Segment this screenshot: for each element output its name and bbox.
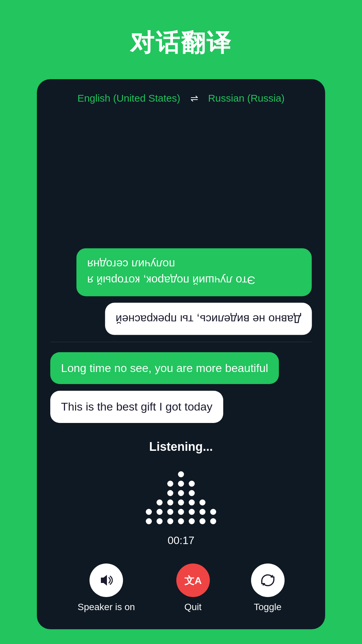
swap-languages-icon[interactable]: ⇌ [190,93,198,104]
listening-label: Listening... [149,440,213,454]
target-language[interactable]: Russian (Russia) [208,93,285,104]
quit-btn-circle[interactable]: 文A [176,564,210,597]
wave-col-5 [189,481,195,524]
translate-icon: 文A [184,571,202,589]
wave-col-1 [146,509,152,524]
wave-dot [210,509,216,515]
lower-chat-area: Long time no see, you are more beautiful… [37,342,325,430]
quit-label: Quit [184,602,201,612]
toggle-label: Toggle [254,602,282,612]
wave-dot [146,509,152,515]
wave-dot [199,518,205,524]
wave-dot [189,481,195,487]
wave-dot [189,490,195,496]
message-bubble-english-white: This is the best gift I got today [50,391,223,423]
wave-dot [178,509,184,515]
quit-button[interactable]: 文A Quit [176,564,210,612]
source-language[interactable]: English (United States) [77,93,180,104]
page-title: 对话翻译 [130,27,232,59]
wave-dot [157,518,163,524]
wave-dot [189,509,195,515]
timer-display: 00:17 [168,534,194,547]
bottom-controls: Speaker is on 文A Quit [37,557,325,629]
svg-text:文A: 文A [184,575,202,586]
speaker-label: Speaker is on [77,602,135,612]
wave-dot [167,481,173,487]
wave-dot [199,499,205,505]
wave-dot [178,499,184,505]
wave-col-7 [210,509,216,524]
listening-area: Listening... [37,430,325,557]
wave-dot [189,518,195,524]
wave-dot [210,518,216,524]
message-bubble-russian-white: Давно не виделись, ты прекрасней [105,303,312,335]
message-bubble-english-green: Long time no see, you are more beautiful [50,352,279,384]
wave-dot [157,509,163,515]
wave-dot [146,518,152,524]
wave-col-4 [178,471,184,524]
wave-col-6 [199,499,205,524]
main-card: English (United States) ⇌ Russian (Russi… [37,79,325,629]
language-header: English (United States) ⇌ Russian (Russi… [37,79,325,114]
wave-dot [189,499,195,505]
wave-dot [178,490,184,496]
wave-dot [178,471,184,477]
speaker-button[interactable]: Speaker is on [77,564,135,612]
toggle-button[interactable]: Toggle [251,564,285,612]
wave-dot [167,499,173,505]
wave-dot [199,509,205,515]
wave-col-2 [157,499,163,524]
toggle-icon [259,572,277,589]
toggle-btn-circle[interactable] [251,564,285,597]
wave-dot [178,518,184,524]
speaker-icon [98,572,115,589]
waveform-visualization [146,464,216,524]
wave-dot [157,499,163,505]
wave-dot [167,490,173,496]
wave-dot [178,481,184,487]
upper-chat-area: Это лучший подарок, который я получил се… [37,114,325,342]
wave-col-3 [167,481,173,524]
wave-dot [167,509,173,515]
wave-dot [167,518,173,524]
speaker-btn-circle[interactable] [89,564,123,597]
message-bubble-russian-green: Это лучший подарок, который я получил се… [76,248,312,296]
